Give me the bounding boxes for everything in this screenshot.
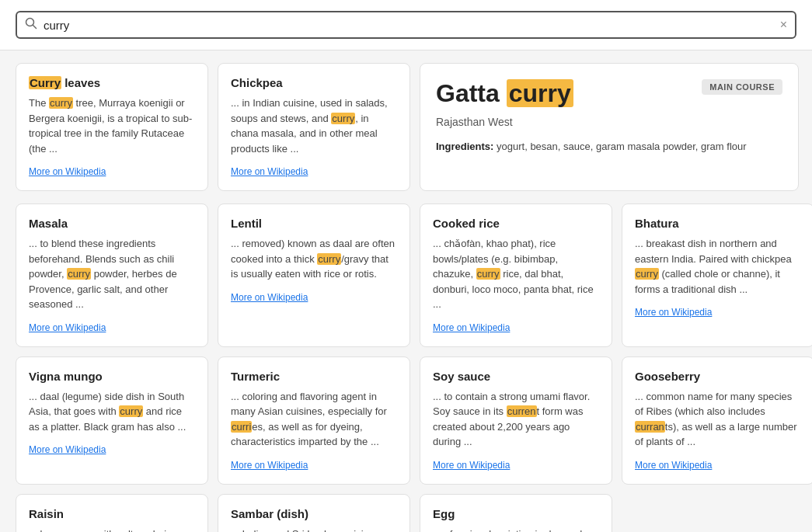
results-row4: Raisin ... large grape, with sultana bei… <box>0 494 812 533</box>
card-body: ... to contain a strong umami flavor. So… <box>433 389 599 450</box>
clear-icon[interactable]: × <box>780 18 787 32</box>
featured-ingredients: Ingredients: yogurt, besan, sauce, garam… <box>436 139 782 155</box>
card-title: Chickpea <box>231 76 397 89</box>
card-body: ... of regional variation in demand <box>433 527 599 533</box>
featured-subtitle: Rajasthan West <box>436 116 782 128</box>
card-title: Soy sauce <box>433 370 599 383</box>
results-row2: Masala ... to blend these ingredients be… <box>0 203 812 347</box>
card-body: ... breakast dish in northern and easter… <box>635 236 801 297</box>
card-title: Curry leaves <box>29 76 195 89</box>
wiki-link[interactable]: More on Wikipedia <box>29 322 106 333</box>
card-title: Vigna mungo <box>29 370 195 383</box>
wiki-link[interactable]: More on Wikipedia <box>231 166 308 177</box>
card-lentil: Lentil ... removed) known as daal are of… <box>218 203 410 347</box>
featured-title-highlight: curry <box>507 79 573 107</box>
wiki-link[interactable]: More on Wikipedia <box>433 460 510 471</box>
card-masala: Masala ... to blend these ingredients be… <box>16 203 208 347</box>
wiki-link[interactable]: More on Wikipedia <box>433 322 510 333</box>
card-body: The curry tree, Murraya koenigii or Berg… <box>29 96 195 156</box>
card-title: Lentil <box>231 217 397 230</box>
title-highlight: Curry <box>29 76 61 89</box>
card-cooked-rice: Cooked rice ... chǎofàn, khao phat), ric… <box>420 203 612 347</box>
card-body: ... to blend these ingredients beforehan… <box>29 236 195 312</box>
card-body: ... in Indian cuisine, used in salads, s… <box>231 96 397 156</box>
card-title: Bhatura <box>635 217 801 230</box>
search-bar-container: × <box>0 0 812 50</box>
card-body: ... Indian and Sri Lankan cuisines. <box>231 527 397 533</box>
card-soy-sauce: Soy sauce ... to contain a strong umami … <box>420 356 612 485</box>
card-body: ... common name for many species of Ribe… <box>635 389 801 450</box>
card-turmeric: Turmeric ... coloring and flavoring agen… <box>218 356 410 485</box>
search-icon <box>25 17 37 33</box>
card-body: ... chǎofàn, khao phat), rice bowls/plat… <box>433 236 599 312</box>
card-body: ... large grape, with sultana being a <box>29 527 195 533</box>
card-raisin: Raisin ... large grape, with sultana bei… <box>16 494 208 533</box>
card-body: ... removed) known as daal are often coo… <box>231 236 397 282</box>
featured-badge: MAIN COURSE <box>702 79 782 95</box>
wiki-link[interactable]: More on Wikipedia <box>231 292 308 303</box>
card-gooseberry: Gooseberry ... common name for many spec… <box>622 356 812 485</box>
search-bar: × <box>16 11 796 39</box>
results-row3: Vigna mungo ... daal (legume) side dish … <box>0 356 812 485</box>
card-title: Turmeric <box>231 370 397 383</box>
card-title: Cooked rice <box>433 217 599 230</box>
card-title: Sambar (dish) <box>231 507 397 520</box>
wiki-link[interactable]: More on Wikipedia <box>231 460 308 471</box>
card-chickpea: Chickpea ... in Indian cuisine, used in … <box>218 63 410 191</box>
card-title: Masala <box>29 217 195 230</box>
search-input[interactable] <box>44 19 774 32</box>
card-bhatura: Bhatura ... breakast dish in northern an… <box>622 203 812 347</box>
card-gatta-curry: MAIN COURSE Gatta curry Rajasthan West I… <box>420 63 799 191</box>
card-vigna-mungo: Vigna mungo ... daal (legume) side dish … <box>16 356 208 485</box>
wiki-link[interactable]: More on Wikipedia <box>635 307 712 318</box>
svg-line-1 <box>33 26 37 29</box>
card-body: ... coloring and flavoring agent in many… <box>231 389 397 450</box>
card-sambar: Sambar (dish) ... Indian and Sri Lankan … <box>218 494 410 533</box>
card-title: Gooseberry <box>635 370 801 383</box>
card-title: Egg <box>433 507 599 520</box>
wiki-link[interactable]: More on Wikipedia <box>29 444 106 455</box>
card-body: ... daal (legume) side dish in South Asi… <box>29 389 195 435</box>
wiki-link[interactable]: More on Wikipedia <box>635 460 712 471</box>
wiki-link[interactable]: More on Wikipedia <box>29 166 106 177</box>
card-curry-leaves: Curry leaves The curry tree, Murraya koe… <box>16 63 208 191</box>
card-egg: Egg ... of regional variation in demand <box>420 494 612 533</box>
results-row1: Curry leaves The curry tree, Murraya koe… <box>0 50 812 203</box>
card-title: Raisin <box>29 507 195 520</box>
